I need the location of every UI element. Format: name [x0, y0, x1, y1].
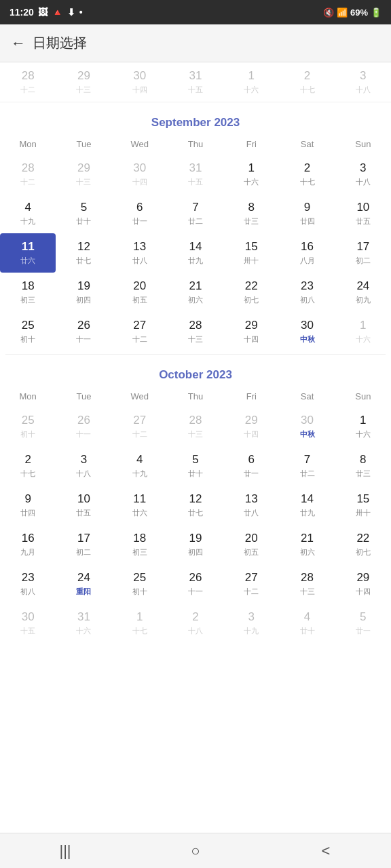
- calendar-day[interactable]: 28十二: [0, 155, 56, 194]
- calendar-day[interactable]: 17初二: [335, 233, 391, 273]
- calendar-day[interactable]: 21初六: [279, 525, 335, 564]
- calendar-day[interactable]: 31十六: [56, 604, 111, 643]
- calendar-day[interactable]: 15卅十: [223, 233, 279, 273]
- calendar-day[interactable]: 19初四: [168, 525, 223, 564]
- calendar-day[interactable]: 30中秋: [279, 407, 335, 446]
- day-number: 1: [248, 161, 255, 175]
- calendar-day[interactable]: 2十七: [0, 446, 56, 486]
- calendar-day[interactable]: 30十五: [0, 604, 56, 643]
- top-partial-day[interactable]: 2十七: [279, 62, 335, 102]
- calendar-day[interactable]: 9廿四: [0, 486, 56, 525]
- calendar-day[interactable]: 13廿八: [112, 233, 168, 273]
- calendar-day[interactable]: 20初五: [223, 525, 279, 564]
- calendar-day[interactable]: 1十六: [335, 312, 391, 351]
- calendar-day[interactable]: 18初三: [0, 273, 56, 312]
- calendar-day[interactable]: 28十三: [168, 407, 223, 446]
- calendar-day[interactable]: 11廿六: [0, 233, 56, 273]
- day-number: 30: [301, 414, 314, 427]
- top-partial-day[interactable]: 28十二: [0, 62, 56, 102]
- calendar-day[interactable]: 24重阳: [56, 564, 111, 604]
- calendar-day[interactable]: 6廿一: [112, 194, 168, 233]
- top-partial-day[interactable]: 29十三: [56, 62, 111, 102]
- day-number: 2: [24, 453, 31, 467]
- nav-back-button[interactable]: <: [305, 842, 346, 860]
- calendar-day[interactable]: 16八月: [279, 233, 335, 273]
- calendar-day[interactable]: 1十六: [223, 155, 279, 194]
- calendar-day[interactable]: 27十二: [223, 564, 279, 604]
- calendar-day[interactable]: 5廿十: [168, 446, 223, 486]
- day-number: 5: [192, 453, 198, 467]
- calendar-day[interactable]: 31十五: [168, 155, 223, 194]
- calendar-day[interactable]: 23初八: [279, 273, 335, 312]
- calendar-day[interactable]: 7廿二: [279, 446, 335, 486]
- calendar-day[interactable]: 4十九: [112, 446, 168, 486]
- calendar-day[interactable]: 16九月: [0, 525, 56, 564]
- calendar-day[interactable]: 2十八: [168, 604, 223, 643]
- calendar-day[interactable]: 11廿六: [112, 486, 168, 525]
- calendar-day[interactable]: 10廿五: [335, 194, 391, 233]
- calendar-day[interactable]: 10廿五: [56, 486, 111, 525]
- calendar-day[interactable]: 8廿三: [223, 194, 279, 233]
- calendar-day[interactable]: 12廿七: [56, 233, 111, 273]
- calendar-day[interactable]: 4十九: [0, 194, 56, 233]
- back-button[interactable]: ←: [11, 35, 26, 52]
- calendar-day[interactable]: 29十四: [223, 407, 279, 446]
- calendar-day[interactable]: 26十一: [168, 564, 223, 604]
- calendar-day[interactable]: 7廿二: [168, 194, 223, 233]
- day-number: 15: [356, 492, 369, 506]
- day-number: 18: [22, 279, 35, 293]
- calendar-day[interactable]: 17初二: [56, 525, 111, 564]
- calendar-day[interactable]: 30中秋: [279, 312, 335, 351]
- calendar-day[interactable]: 27十二: [112, 407, 168, 446]
- calendar-day[interactable]: 22初七: [223, 273, 279, 312]
- calendar-day[interactable]: 29十四: [335, 564, 391, 604]
- calendar-day[interactable]: 28十三: [279, 564, 335, 604]
- calendar-day[interactable]: 23初八: [0, 564, 56, 604]
- top-partial-day[interactable]: 3十八: [335, 62, 391, 102]
- calendar-day[interactable]: 21初六: [168, 273, 223, 312]
- calendar-day[interactable]: 1十七: [112, 604, 168, 643]
- calendar-day[interactable]: 12廿七: [168, 486, 223, 525]
- calendar-day[interactable]: 18初三: [112, 525, 168, 564]
- calendar-day[interactable]: 30十四: [112, 155, 168, 194]
- calendar-day[interactable]: 25初十: [112, 564, 168, 604]
- calendar-day[interactable]: 24初九: [335, 273, 391, 312]
- day-lunar: 十三: [76, 177, 91, 187]
- calendar-day[interactable]: 1十六: [335, 407, 391, 446]
- calendar-day[interactable]: 5廿一: [335, 604, 391, 643]
- calendar-day[interactable]: 15卅十: [335, 486, 391, 525]
- day-number: 25: [22, 319, 35, 332]
- top-partial-day[interactable]: 31十五: [168, 62, 223, 102]
- calendar-day[interactable]: 14廿九: [168, 233, 223, 273]
- calendar-day[interactable]: 19初四: [56, 273, 111, 312]
- calendar-day[interactable]: 27十二: [112, 312, 168, 351]
- calendar-day[interactable]: 26十一: [56, 407, 111, 446]
- calendar-day[interactable]: 22初七: [335, 525, 391, 564]
- day-lunar: 初二: [76, 547, 91, 557]
- calendar-day[interactable]: 3十八: [56, 446, 111, 486]
- top-partial-day[interactable]: 1十六: [223, 62, 279, 102]
- day-lunar: 初九: [356, 295, 371, 305]
- calendar-day[interactable]: 29十四: [223, 312, 279, 351]
- calendar-day[interactable]: 26十一: [56, 312, 111, 351]
- nav-menu-button[interactable]: |||: [45, 842, 86, 860]
- calendar-day[interactable]: 25初十: [0, 312, 56, 351]
- top-partial-day[interactable]: 30十四: [112, 62, 168, 102]
- calendar-day[interactable]: 28十三: [168, 312, 223, 351]
- calendar-day[interactable]: 3十九: [223, 604, 279, 643]
- calendar-day[interactable]: 13廿八: [223, 486, 279, 525]
- calendar-day[interactable]: 3十八: [335, 155, 391, 194]
- weekday-label: Mon: [0, 389, 56, 404]
- calendar-day[interactable]: 8廿三: [335, 446, 391, 486]
- calendar-day[interactable]: 2十七: [279, 155, 335, 194]
- calendar-day[interactable]: 6廿一: [223, 446, 279, 486]
- calendar-day[interactable]: 14廿九: [279, 486, 335, 525]
- calendar-day[interactable]: 29十三: [56, 155, 111, 194]
- calendar-day[interactable]: 9廿四: [279, 194, 335, 233]
- calendar-day[interactable]: 4廿十: [279, 604, 335, 643]
- calendar-day[interactable]: 5廿十: [56, 194, 111, 233]
- calendar-day[interactable]: 20初五: [112, 273, 168, 312]
- day-lunar: 初三: [132, 547, 147, 557]
- calendar-day[interactable]: 25初十: [0, 407, 56, 446]
- nav-home-button[interactable]: ○: [175, 842, 216, 860]
